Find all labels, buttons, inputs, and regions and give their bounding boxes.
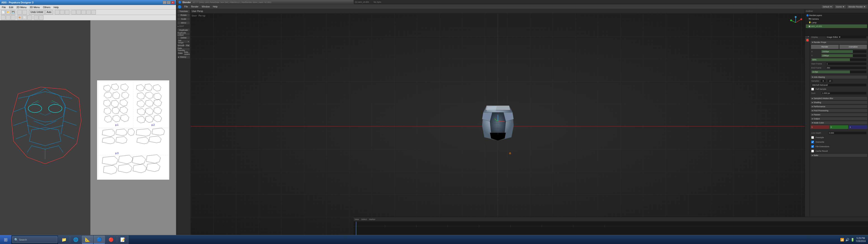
r-field[interactable]: 1 (810, 125, 829, 129)
line-depth-field[interactable]: 0.000 (828, 131, 867, 134)
open-button[interactable]: 📂 (6, 10, 10, 14)
menu-others[interactable]: Others (42, 6, 51, 8)
object-item[interactable]: ▣ sem_v3.001 (806, 24, 867, 28)
menu-file[interactable]: File (1, 6, 7, 8)
frame-start-field[interactable]: 1 (826, 62, 867, 65)
taskbar-chrome[interactable]: 🔴 (105, 236, 117, 244)
menu-edit[interactable]: Edit (8, 6, 14, 8)
full-sample-checkbox[interactable] (811, 88, 814, 90)
save-button[interactable]: 💾 (11, 10, 16, 14)
taskbar-browser[interactable]: 🌐 (70, 236, 82, 244)
b-field[interactable]: 1 (848, 125, 868, 129)
file-ext-checkbox[interactable] (811, 145, 814, 148)
close-button[interactable]: × (171, 1, 175, 4)
render-props-header[interactable]: ▾ Render Props (810, 40, 868, 44)
blender-menu-window[interactable]: Window (200, 5, 211, 8)
translate-button[interactable]: Translate (177, 9, 190, 13)
taskbar-search[interactable]: 🔍 ⊞ Search (12, 236, 57, 243)
fold-lines-button[interactable]: --- (27, 16, 32, 20)
dup-linked-button[interactable]: Duplicate Linked (177, 32, 190, 36)
res-x-field[interactable]: 1920 px (821, 50, 867, 53)
antialias-header[interactable]: ▾ Anti-Aliasing (810, 75, 868, 79)
taskbar-pepakura[interactable]: 📐 (82, 236, 93, 244)
freestyle-checkbox[interactable] (811, 136, 814, 139)
new-button[interactable]: 📄 (1, 10, 5, 14)
method-field[interactable]: Mitchell-Netravali (811, 84, 867, 87)
node-color-header[interactable]: ▾ Node Color (810, 121, 868, 125)
smooth-button[interactable]: Smooth (177, 44, 185, 47)
delete-button[interactable]: Delete (177, 36, 190, 39)
duplicate-button[interactable]: Duplicate (177, 28, 190, 32)
performance-header[interactable]: ▸ Performance (810, 105, 868, 108)
blender-renderer-dropdown[interactable]: Blender Render ▼ (847, 5, 867, 9)
undo-button[interactable]: ↩ (18, 10, 22, 14)
data-button[interactable]: Data (177, 51, 183, 55)
scene-layer-item[interactable]: 🔵 RenderLayers (806, 13, 867, 17)
zoom-in-button[interactable]: + (55, 10, 59, 14)
wireframe-button[interactable]: ⬜ (22, 16, 27, 20)
show-both-button[interactable]: 3D+ (11, 16, 16, 20)
minimize-button[interactable]: _ (163, 1, 166, 4)
menu-3d[interactable]: 3D Menu (29, 6, 41, 8)
blender-viewport[interactable]: User Persp (191, 9, 805, 244)
frame-end-field[interactable]: 250 (826, 66, 867, 69)
flat-button[interactable]: Flat (185, 44, 190, 47)
taskbar-blender[interactable]: 🔵 (94, 236, 105, 244)
camera-item[interactable]: 📷 Camera (806, 17, 867, 21)
pepakura-2d-view[interactable]: p.1 p.2 p.3 (90, 20, 176, 240)
redo-button[interactable]: ↪ (22, 10, 27, 14)
scale-button[interactable]: Scale (177, 17, 190, 21)
sum-field[interactable]: 1.000 px (821, 92, 867, 95)
color-button[interactable]: 🎨 (18, 16, 22, 20)
zoom-out-button[interactable]: - (60, 10, 64, 14)
g-field[interactable]: 0 (830, 125, 848, 129)
print-button[interactable]: 🖨 (39, 16, 43, 20)
select-btn[interactable]: ↖ (71, 10, 76, 14)
volume-icon[interactable]: 🔊 (845, 238, 849, 242)
show-2d-button[interactable]: 2D (6, 16, 10, 20)
taskbar-explorer[interactable]: 📁 (58, 236, 70, 244)
network-icon[interactable]: 📶 (840, 238, 844, 242)
battery-icon[interactable]: 🔋 (850, 238, 855, 242)
pepakura-3d-view[interactable] (0, 20, 90, 240)
aa-x-field[interactable]: 8 (820, 80, 826, 83)
bake-header[interactable]: ▸ Bake (810, 154, 868, 157)
lamp-item[interactable]: 💡 Lamp (806, 21, 867, 24)
rotate-btn[interactable]: ↻ (82, 10, 86, 14)
settings-button[interactable]: ⚙ (34, 16, 38, 20)
taskbar-notepad[interactable]: 📝 (117, 236, 128, 244)
start-button[interactable]: ⊞ (0, 235, 11, 244)
taskbar-clock[interactable]: 5:29 PM 7/28/2016 (856, 237, 866, 243)
snap-btn[interactable]: ⊞ (91, 10, 96, 14)
blender-scene-dropdown[interactable]: Scene ▼ (835, 5, 846, 9)
data-layers-button[interactable]: Data Layers (184, 51, 190, 55)
size-field[interactable]: 50% (811, 58, 867, 61)
cache-checkbox[interactable] (811, 150, 814, 152)
menu-2d[interactable]: 2D Menu (16, 6, 28, 8)
passes-header[interactable]: ▸ Passes (810, 113, 868, 117)
material-icon2[interactable]: 🔴 (805, 38, 810, 42)
post-proc-header[interactable]: ▸ Post Processing (810, 109, 868, 112)
output2-header[interactable]: ▸ Output (810, 117, 868, 121)
blender-menu-render[interactable]: Render (190, 5, 200, 8)
blender-menu-file[interactable]: File (183, 5, 189, 8)
mirror-button[interactable]: Mirror (177, 21, 190, 25)
fps-field[interactable]: 24 fps (811, 70, 867, 73)
rotate-button[interactable]: Rotate (177, 13, 190, 17)
maximize-button[interactable]: □ (167, 1, 170, 4)
move-btn[interactable]: ✥ (76, 10, 81, 14)
undo-unfold-button[interactable]: Undo Unfold (29, 10, 45, 14)
res-y-field[interactable]: 1080 px (821, 54, 867, 57)
menu-help[interactable]: Help (53, 6, 60, 8)
overwrite-checkbox[interactable] (811, 141, 814, 143)
motion-blur-header[interactable]: ▸ Sampler3 Motion Blur (810, 97, 868, 100)
timeline-track[interactable] (353, 222, 868, 235)
aa-y-field[interactable]: 13 (827, 80, 833, 83)
anim-button[interactable]: Animation (839, 44, 867, 49)
flip-btn[interactable]: ⇄ (86, 10, 91, 14)
render-button[interactable]: Render (811, 44, 839, 49)
blender-viewport-3d[interactable]: User Persp (1) sem_v3.001 (191, 13, 805, 239)
fit-button[interactable]: FIT (65, 10, 69, 14)
blender-menu-help[interactable]: Help (212, 5, 219, 8)
show-3d-button[interactable]: 3D (1, 16, 5, 20)
